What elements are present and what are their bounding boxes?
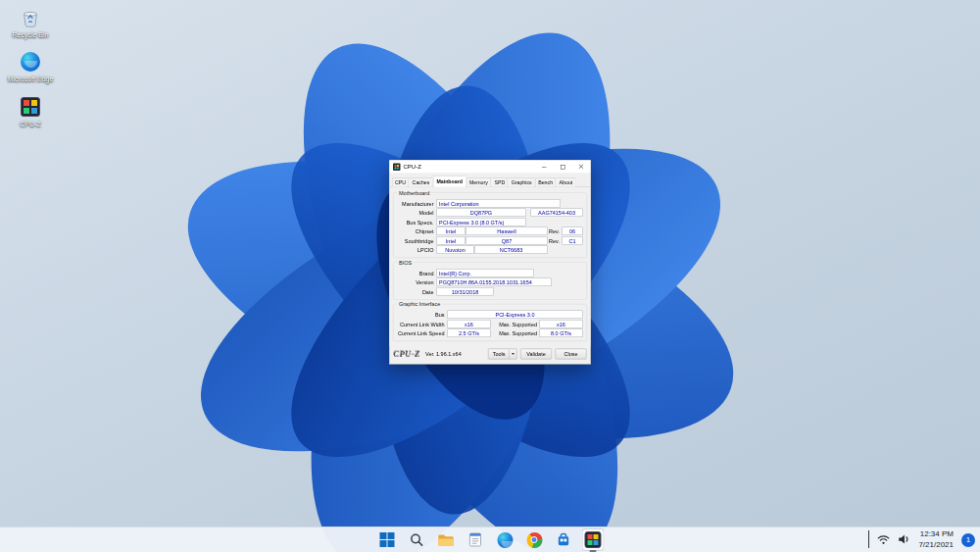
tab-about[interactable]: About xyxy=(557,177,576,187)
maximize-icon xyxy=(561,165,565,170)
chipset-name-field: Haswell xyxy=(466,227,548,236)
southbridge-rev-label: Rev. xyxy=(549,237,562,243)
model-row: Model DQ87PG AAG74154-403 xyxy=(398,208,583,218)
bios-date-field: 10/31/2018 xyxy=(437,287,494,296)
lpcio-name-field: NCT6683 xyxy=(475,246,548,255)
desktop-icon-column: Recycle Bin Microsoft Edge CPU-Z xyxy=(2,6,59,128)
desktop-icon-recycle-bin[interactable]: Recycle Bin xyxy=(2,6,59,39)
gi-max-speed-label: Max. Supported xyxy=(499,330,539,336)
start-icon xyxy=(380,532,395,547)
desktop: Recycle Bin Microsoft Edge CPU-Z CPU-Z xyxy=(0,0,980,552)
system-tray: 12:34 PM 7/21/2021 1 xyxy=(868,527,975,552)
chipset-rev-label: Rev. xyxy=(549,228,562,234)
desktop-icon-cpuz[interactable]: CPU-Z xyxy=(2,95,59,128)
tray-overflow-button[interactable] xyxy=(868,531,869,549)
bios-brand-label: Brand xyxy=(398,270,437,276)
southbridge-row: Southbridge Intel Q87 Rev. C1 xyxy=(398,236,583,246)
minimize-icon xyxy=(542,167,547,168)
gi-link-width-field: x16 xyxy=(448,320,491,328)
manufacturer-field: Intel Corporation xyxy=(437,199,561,208)
store-button[interactable] xyxy=(553,528,575,551)
southbridge-label: Southbridge xyxy=(398,237,437,243)
gi-link-width-label: Current Link Width xyxy=(398,321,448,326)
gi-link-width-row: Current Link Width x16 Max. Supported x1… xyxy=(398,320,583,329)
model-label: Model xyxy=(398,210,437,216)
desktop-icon-label: Recycle Bin xyxy=(13,31,49,39)
file-explorer-icon xyxy=(438,533,455,547)
bus-specs-label: Bus Specs. xyxy=(398,219,437,225)
edge-icon xyxy=(19,50,42,74)
tab-caches[interactable]: Caches xyxy=(410,177,433,187)
bios-brand-row: Brand Intel(R) Corp. xyxy=(398,269,583,278)
bios-version-row: Version PGQ8710H.86A.0155.2018.1031.1654 xyxy=(398,277,583,287)
chipset-vendor-field: Intel xyxy=(437,227,466,236)
graphic-interface-group: Graphic Interface Bus PCI-Express 3.0 Cu… xyxy=(393,304,587,341)
window-footer: CPU-Z Ver. 1.96.1.x64 Tools Validate Clo… xyxy=(390,347,591,365)
tab-memory[interactable]: Memory xyxy=(466,177,491,187)
close-button[interactable] xyxy=(572,161,591,174)
window-title: CPU-Z xyxy=(404,164,421,171)
notepad-icon xyxy=(469,532,482,547)
file-explorer-button[interactable] xyxy=(435,528,458,551)
lpcio-label: LPCIO xyxy=(398,247,437,253)
minimize-button[interactable] xyxy=(535,161,554,174)
bios-brand-field: Intel(R) Corp. xyxy=(437,269,534,277)
chevron-down-icon xyxy=(512,353,514,355)
cpuz-icon xyxy=(19,95,42,119)
version-text: Ver. 1.96.1.x64 xyxy=(425,351,462,357)
close-window-button[interactable]: Close xyxy=(556,349,587,360)
tools-dropdown-button[interactable] xyxy=(510,349,517,359)
tab-bench[interactable]: Bench xyxy=(535,177,556,187)
southbridge-rev-field: C1 xyxy=(563,236,583,245)
validate-button[interactable]: Validate xyxy=(520,349,552,360)
chipset-rev-field: 06 xyxy=(563,227,583,236)
gi-link-speed-field: 2.5 GT/s xyxy=(448,329,491,338)
bios-date-label: Date xyxy=(398,288,437,294)
southbridge-vendor-field: Intel xyxy=(437,236,466,245)
bios-date-row: Date 10/31/2018 xyxy=(398,287,583,297)
cpuz-taskbar-button[interactable] xyxy=(582,528,605,551)
maximize-button[interactable] xyxy=(554,161,572,174)
search-button[interactable] xyxy=(406,528,428,551)
wifi-icon xyxy=(877,534,890,545)
chrome-button[interactable] xyxy=(523,528,546,551)
caption-buttons xyxy=(535,161,591,174)
gi-max-speed-field: 8.0 GT/s xyxy=(540,329,583,338)
desktop-icon-label: CPU-Z xyxy=(20,121,40,128)
search-icon xyxy=(410,532,424,547)
speaker-icon xyxy=(898,533,910,545)
tab-spd[interactable]: SPD xyxy=(491,177,508,187)
lpcio-row: LPCIO Nuvoton NCT6683 xyxy=(398,245,583,255)
start-button[interactable] xyxy=(376,528,399,551)
tab-cpu[interactable]: CPU xyxy=(392,177,409,187)
volume-button[interactable] xyxy=(898,531,910,549)
notepad-button[interactable] xyxy=(465,528,487,551)
cpuz-logo: CPU-Z xyxy=(394,349,421,359)
chrome-icon xyxy=(526,532,542,548)
model-field: DQ87PG xyxy=(437,209,526,218)
manufacturer-label: Manufacturer xyxy=(398,200,437,206)
clock-date: 7/21/2021 xyxy=(918,540,954,550)
desktop-icon-label: Microsoft Edge xyxy=(8,75,54,83)
tab-mainboard[interactable]: Mainboard xyxy=(433,176,466,187)
tab-bar: CPU Caches Mainboard Memory SPD Graphics… xyxy=(390,174,591,188)
chevron-up-icon xyxy=(868,530,869,548)
bios-version-label: Version xyxy=(398,279,437,285)
taskbar-clock[interactable]: 12:34 PM 7/21/2021 xyxy=(918,529,954,550)
motherboard-group: Motherboard Manufacturer Intel Corporati… xyxy=(393,193,587,259)
cpuz-icon xyxy=(585,531,602,548)
tools-button-label: Tools xyxy=(489,351,510,357)
network-button[interactable] xyxy=(877,531,890,549)
bios-group: BIOS Brand Intel(R) Corp. Version PGQ871… xyxy=(393,263,587,300)
tab-graphics[interactable]: Graphics xyxy=(509,177,535,187)
gi-bus-field: PCI-Express 3.0 xyxy=(448,311,583,320)
clock-time: 12:34 PM xyxy=(918,529,954,539)
cpuz-app-icon xyxy=(393,163,401,171)
tools-button[interactable]: Tools xyxy=(488,349,516,360)
desktop-icon-edge[interactable]: Microsoft Edge xyxy=(2,50,59,83)
window-titlebar[interactable]: CPU-Z xyxy=(390,161,591,174)
notification-badge[interactable]: 1 xyxy=(961,533,975,547)
edge-button[interactable] xyxy=(494,528,516,551)
gi-max-width-field: x16 xyxy=(540,320,583,328)
close-icon xyxy=(579,165,584,170)
